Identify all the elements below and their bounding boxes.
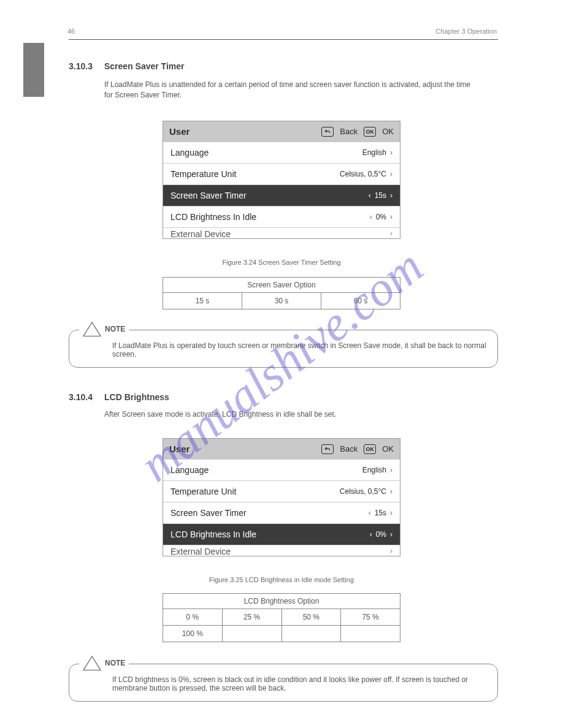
page-header: 46 Chapter 3 Operation (67, 28, 497, 35)
menu-item-language[interactable]: Language English› (163, 142, 400, 163)
option-cell: 50 % (282, 609, 341, 625)
menu-item-temperature[interactable]: Temperature Unit Celsius, 0,5°C› (163, 480, 400, 502)
menu-item-label: Screen Saver Timer (170, 508, 247, 518)
option-cell (340, 625, 400, 642)
warning-icon (83, 322, 101, 336)
back-icon[interactable] (321, 127, 334, 137)
page-number: 46 (67, 28, 75, 35)
note-callout: NOTE If LoadMate Plus is operated by tou… (69, 330, 498, 368)
section-number: 3.10.3 (69, 61, 93, 71)
option-cell: 75 % (340, 609, 400, 625)
figure-caption: Figure 3.24 Screen Saver Timer Setting (163, 259, 400, 266)
menu-item-label: External Device (170, 229, 231, 238)
menu-item-value: ‹ 0% › (370, 530, 393, 539)
back-label: Back (340, 444, 358, 453)
menu-item-label: LCD Brightness In Idle (170, 212, 256, 222)
menu-item-lcd-brightness[interactable]: LCD Brightness In Idle ‹ 0% › (163, 523, 400, 545)
chapter-label: Chapter 3 Operation (435, 28, 497, 35)
menu-item-label: Temperature Unit (170, 487, 236, 496)
options-table-screen-saver: Screen Saver Option 15 s 30 s 60 s (163, 277, 400, 309)
side-tab (23, 43, 44, 97)
section-title: Screen Saver Timer (104, 61, 185, 71)
user-menu-screenshot-1: User Back OK OK Language English› Temper… (163, 121, 400, 239)
menu-item-label: LCD Brightness In Idle (170, 529, 256, 539)
menu-item-lcd-brightness[interactable]: LCD Brightness In Idle ‹ 0% › (163, 206, 400, 227)
menu-item-value: Celsius, 0,5°C› (340, 487, 393, 496)
menu-item-value: English› (362, 466, 393, 474)
options-header: LCD Brightness Option (163, 594, 400, 609)
menu-header: User Back OK OK (163, 439, 400, 459)
chevron-left-icon[interactable]: ‹ (369, 191, 371, 200)
chevron-right-icon: › (390, 229, 393, 238)
back-label: Back (340, 127, 358, 136)
menu-item-value: ‹ 15s › (369, 191, 393, 200)
chevron-right-icon[interactable]: › (390, 191, 393, 200)
section-number: 3.10.4 (69, 392, 93, 402)
ok-label: OK (382, 444, 394, 453)
chevron-right-icon[interactable]: › (390, 213, 393, 221)
chevron-right-icon: › (390, 466, 393, 474)
chevron-left-icon[interactable]: ‹ (370, 213, 372, 221)
note-badge: NOTE (79, 322, 129, 336)
user-menu-screenshot-2: User Back OK OK Language English› Temper… (163, 438, 400, 556)
warning-icon (83, 656, 101, 670)
ok-icon[interactable]: OK (364, 127, 376, 137)
chevron-right-icon: › (390, 148, 393, 157)
option-cell: 15 s (163, 293, 242, 309)
menu-item-temperature[interactable]: Temperature Unit Celsius, 0,5°C› (163, 163, 400, 184)
option-cell (222, 625, 282, 642)
menu-item-value: › (390, 547, 393, 555)
option-cell (282, 625, 341, 642)
option-cell: 25 % (222, 609, 282, 625)
menu-item-value: ‹ 15s › (369, 509, 393, 517)
menu-item-value: › (390, 229, 393, 238)
menu-item-screen-saver[interactable]: Screen Saver Timer ‹ 15s › (163, 502, 400, 523)
menu-item-external-device[interactable]: External Device › (163, 227, 400, 238)
section-description: After Screen save mode is activate, LCD … (104, 409, 472, 420)
menu-actions: Back OK OK (321, 444, 394, 454)
menu-item-label: External Device (170, 547, 231, 556)
chevron-right-icon[interactable]: › (390, 509, 393, 517)
menu-item-screen-saver[interactable]: Screen Saver Timer ‹ 15s › (163, 184, 400, 206)
menu-actions: Back OK OK (321, 127, 394, 137)
section-title: LCD Brightness (104, 392, 169, 402)
ok-label: OK (382, 127, 394, 136)
menu-title: User (169, 126, 190, 137)
figure-caption: Figure 3.25 LCD Brightness in Idle mode … (163, 576, 400, 583)
note-text: If LoadMate Plus is operated by touch sc… (112, 341, 486, 358)
menu-item-label: Screen Saver Timer (170, 191, 247, 200)
menu-item-value: ‹ 0% › (370, 213, 393, 221)
menu-item-language[interactable]: Language English› (163, 459, 400, 480)
chevron-right-icon: › (390, 547, 393, 555)
note-label: NOTE (105, 659, 125, 667)
options-header: Screen Saver Option (163, 278, 400, 293)
ok-icon[interactable]: OK (364, 444, 376, 454)
chevron-right-icon: › (390, 170, 393, 178)
chevron-right-icon: › (390, 487, 393, 496)
menu-title: User (169, 444, 190, 454)
chevron-left-icon[interactable]: ‹ (369, 509, 371, 517)
chevron-right-icon[interactable]: › (390, 530, 393, 539)
menu-item-value: English› (362, 148, 393, 157)
chevron-left-icon[interactable]: ‹ (370, 530, 372, 539)
header-rule (69, 39, 498, 40)
menu-item-label: Language (170, 465, 209, 475)
section-description: If LoadMate Plus is unattended for a cer… (104, 80, 472, 100)
menu-item-value: Celsius, 0,5°C› (340, 170, 393, 178)
menu-item-external-device[interactable]: External Device › (163, 545, 400, 556)
menu-item-label: Temperature Unit (170, 169, 236, 179)
menu-item-label: Language (170, 148, 209, 157)
option-cell: 30 s (242, 293, 321, 309)
option-cell: 0 % (163, 609, 222, 625)
back-icon[interactable] (321, 444, 334, 454)
menu-header: User Back OK OK (163, 121, 400, 142)
note-label: NOTE (105, 325, 125, 333)
options-table-lcd-brightness: LCD Brightness Option 0 % 25 % 50 % 75 %… (163, 593, 400, 642)
note-text: If LCD brightness is 0%, screen is black… (112, 675, 468, 692)
note-callout: NOTE If LCD brightness is 0%, screen is … (69, 664, 498, 702)
note-badge: NOTE (79, 656, 129, 670)
option-cell: 60 s (321, 293, 400, 309)
option-cell: 100 % (163, 625, 222, 642)
